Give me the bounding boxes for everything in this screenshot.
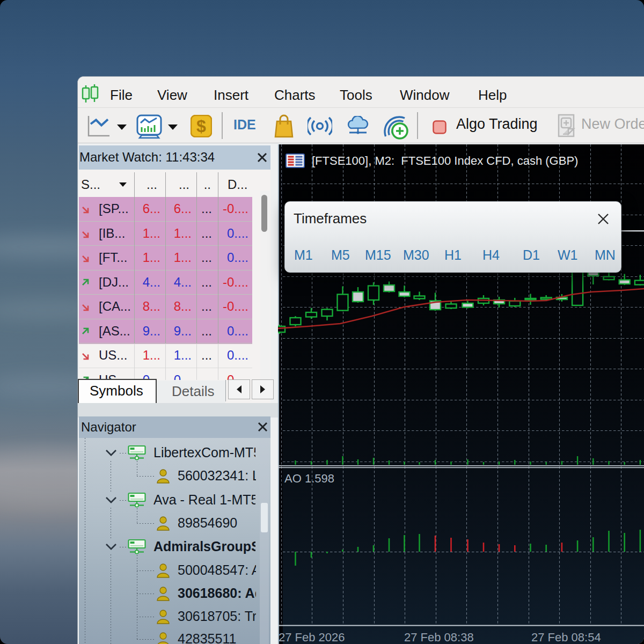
svg-text:27 Feb 08:38: 27 Feb 08:38 (404, 631, 474, 644)
svg-text:27 Feb 2026: 27 Feb 2026 (279, 631, 345, 644)
svg-text:[FTSE100], M2: FTSE100 Index: [FTSE100], M2: FTSE100 Index CFD, cash (… (312, 154, 578, 167)
svg-text:AO 1.598: AO 1.598 (284, 472, 334, 485)
svg-text:27 Feb 08:54: 27 Feb 08:54 (531, 631, 601, 644)
svg-text:$: $ (196, 116, 206, 136)
